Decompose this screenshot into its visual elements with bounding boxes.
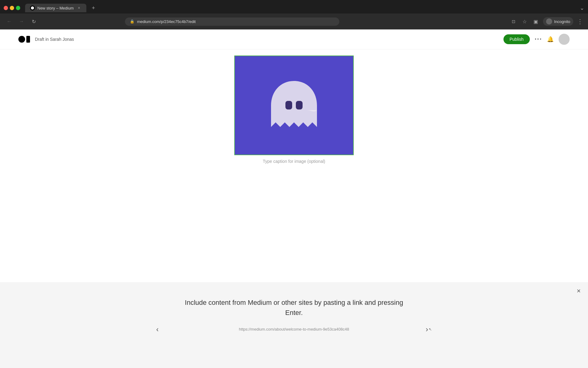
draft-label: Draft in Sarah Jonas (35, 37, 74, 42)
close-window-button[interactable] (4, 6, 8, 10)
lock-icon: 🔒 (130, 19, 134, 24)
page-content: Draft in Sarah Jonas Publish ··· 🔔 (0, 29, 588, 368)
medium-header: Draft in Sarah Jonas Publish ··· 🔔 (0, 29, 588, 49)
logo-circle-left (18, 36, 25, 43)
tooltip-example-link: https://medium.com/about/welcome-to-medi… (156, 327, 432, 332)
reload-button[interactable]: ↻ (29, 17, 38, 26)
tooltip-panel: × Include content from Medium or other s… (0, 282, 588, 368)
svg-rect-1 (285, 101, 292, 109)
svg-point-0 (31, 6, 34, 10)
story-image[interactable] (234, 56, 354, 155)
bookmark-icon[interactable]: ☆ (521, 18, 528, 25)
tooltip-next-button[interactable]: › ↖ (426, 325, 432, 334)
cursor-indicator: ↖ (429, 327, 432, 332)
header-right: Publish ··· 🔔 (503, 34, 570, 45)
tab-favicon (30, 6, 35, 10)
incognito-icon (546, 18, 552, 25)
logo-rect (26, 36, 30, 43)
traffic-lights (4, 6, 20, 10)
notifications-button[interactable]: 🔔 (547, 36, 554, 43)
tooltip-close-button[interactable]: × (577, 287, 581, 295)
cast-icon[interactable]: ⊡ (510, 18, 517, 25)
url-text: medium.com/p/234ec75c4b7/edit (137, 19, 196, 24)
tab-title: New story – Medium (37, 6, 74, 10)
tooltip-link-area: ‹ https://medium.com/about/welcome-to-me… (156, 327, 432, 332)
svg-rect-2 (296, 101, 303, 109)
image-container: Type caption for image (optional) (234, 56, 354, 164)
back-button[interactable]: ← (5, 17, 13, 26)
new-tab-button[interactable]: + (89, 3, 98, 13)
tooltip-title: Include content from Medium or other sit… (179, 297, 409, 318)
editor-area: Type caption for image (optional) (0, 49, 588, 164)
tab-bar: New story – Medium × + ⌄ (0, 0, 588, 13)
tab-close-button[interactable]: × (77, 6, 81, 10)
maximize-window-button[interactable] (16, 6, 20, 10)
address-field[interactable]: 🔒 medium.com/p/234ec75c4b7/edit (125, 17, 339, 26)
minimize-window-button[interactable] (10, 6, 14, 10)
more-options-button[interactable]: ··· (535, 35, 542, 43)
avatar[interactable] (559, 34, 570, 45)
medium-logo[interactable] (18, 36, 30, 43)
ghost-illustration (263, 75, 325, 136)
tooltip-prev-button[interactable]: ‹ (156, 325, 159, 334)
browser-chrome: New story – Medium × + ⌄ ← → ↻ 🔒 medium.… (0, 0, 588, 29)
image-caption[interactable]: Type caption for image (optional) (263, 159, 325, 164)
publish-button[interactable]: Publish (503, 34, 530, 44)
browser-toolbar-right: ⊡ ☆ ▣ Incognito ⋮ (510, 17, 583, 26)
forward-button[interactable]: → (17, 17, 26, 26)
address-bar: ← → ↻ 🔒 medium.com/p/234ec75c4b7/edit ⊡ … (0, 13, 588, 29)
browser-menu-button[interactable]: ⋮ (577, 18, 583, 25)
active-tab[interactable]: New story – Medium × (25, 4, 86, 12)
sidebar-icon[interactable]: ▣ (532, 18, 539, 25)
incognito-badge: Incognito (543, 17, 573, 26)
tab-list-button[interactable]: ⌄ (580, 5, 584, 11)
incognito-label: Incognito (554, 19, 570, 24)
